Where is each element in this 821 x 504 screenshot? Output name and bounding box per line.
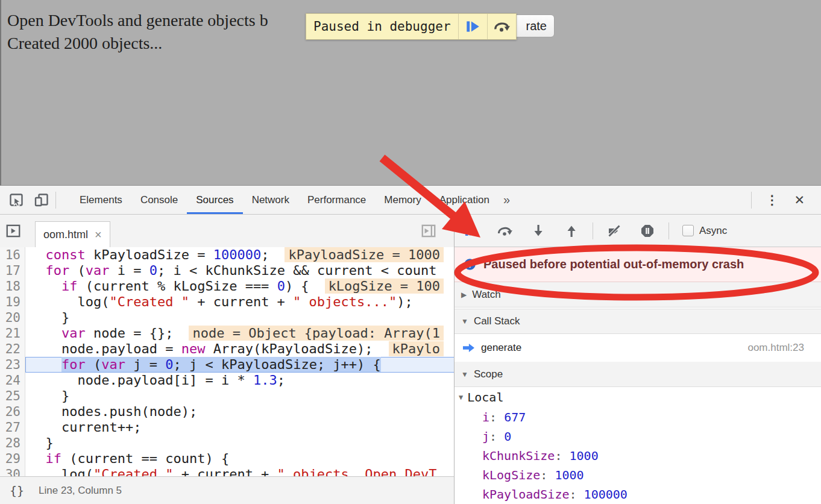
scope-section-header[interactable]: ▼ Scope <box>455 362 821 387</box>
tab-close-icon[interactable]: × <box>95 228 102 242</box>
chevron-down-icon: ▼ <box>459 393 463 402</box>
toolbar-divider <box>55 192 56 209</box>
line-number[interactable]: 23 <box>0 357 25 373</box>
tab-application[interactable]: Application <box>430 186 499 214</box>
code-line-content[interactable]: if (current == count) { <box>25 451 454 467</box>
editor-status-bar: {} Line 23, Column 5 <box>0 476 454 504</box>
code-line-19: 19 log("Created " + current + " objects.… <box>0 294 454 310</box>
toggle-navigator-icon[interactable] <box>5 222 22 239</box>
call-stack-section-header[interactable]: ▼ Call Stack <box>455 309 821 334</box>
async-label: Async <box>699 225 727 237</box>
chevron-right-icon: ▶ <box>461 291 467 299</box>
step-over-icon[interactable] <box>496 223 513 239</box>
code-line-24: 24 node.payload[i] = i * 1.3; <box>0 373 454 388</box>
code-line-content[interactable]: log("Created " + current + " objects..."… <box>25 294 454 310</box>
code-line-content[interactable]: var node = {};node = Object {payload: Ar… <box>25 326 454 341</box>
tab-console[interactable]: Console <box>131 186 187 214</box>
scope-local-header[interactable]: ▼Local <box>455 387 821 408</box>
line-number[interactable]: 27 <box>0 420 25 435</box>
devtools-menu-icon[interactable]: ⋮ <box>758 193 786 207</box>
step-into-icon[interactable] <box>530 223 546 239</box>
toolbar-divider <box>593 222 593 239</box>
variable-name: kLogSize <box>482 468 540 482</box>
code-line-content[interactable]: } <box>25 388 454 404</box>
line-number[interactable]: 25 <box>0 388 25 404</box>
async-toggle[interactable]: Async <box>682 225 727 237</box>
scope-body: ▼Locali: 677j: 0kChunkSize: 1000kLogSize… <box>455 387 821 504</box>
tab-elements[interactable]: Elements <box>71 186 131 214</box>
code-line-content[interactable]: current++; <box>25 420 454 435</box>
code-line-content[interactable]: for (var j = 0; j < kPayloadSize; j++) { <box>25 357 454 373</box>
device-toolbar-icon[interactable] <box>34 192 49 208</box>
file-tab-oom-html[interactable]: oom.html × <box>35 221 110 247</box>
file-tabbar: oom.html × <box>0 215 454 247</box>
tab-sources[interactable]: Sources <box>187 186 242 214</box>
scope-variable[interactable]: kLogSize: 1000 <box>455 465 821 485</box>
pause-on-exceptions-icon[interactable] <box>640 223 655 239</box>
execution-highlight: for (var j = 0; j < kPayloadSize; j++) { <box>61 357 381 372</box>
resume-script-icon[interactable] <box>463 223 479 239</box>
variable-value: 100000 <box>584 487 628 502</box>
code-line-content[interactable]: for (var i = 0; i < kChunkSize && curren… <box>25 263 454 279</box>
scope-variable[interactable]: i: 677 <box>455 408 821 427</box>
browser-page: Open DevTools and generate objects b Cre… <box>0 0 821 186</box>
toggle-debugger-sidebar-icon[interactable] <box>420 222 437 239</box>
pretty-print-icon[interactable]: {} <box>10 484 24 498</box>
code-line-content[interactable]: const kPayloadSize = 100000;kPayloadSize… <box>25 247 454 263</box>
devtools-close-icon[interactable]: ✕ <box>786 193 813 207</box>
banner-resume-button[interactable] <box>458 14 487 39</box>
more-tabs-icon[interactable]: » <box>499 193 515 207</box>
page-text-line2: Created 2000 objects... <box>7 34 162 53</box>
code-line-content[interactable]: log("Created " + current + " objects. Op… <box>25 467 454 476</box>
code-line-18: 18 if (current % kLogSize === 0) {kLogSi… <box>0 279 454 294</box>
line-number[interactable]: 20 <box>0 310 25 326</box>
line-number[interactable]: 21 <box>0 326 25 341</box>
line-number[interactable]: 16 <box>0 247 25 263</box>
call-stack-frame[interactable]: generateoom.html:23 <box>455 334 821 362</box>
frame-function-name: generate <box>481 342 521 354</box>
frame-location: oom.html:23 <box>747 342 804 354</box>
code-line-content[interactable]: nodes.push(node); <box>25 404 454 420</box>
line-number[interactable]: 22 <box>0 341 25 357</box>
paused-banner-label: Paused in debugger <box>306 14 458 39</box>
code-line-16: 16 const kPayloadSize = 100000;kPayloadS… <box>0 247 454 263</box>
tab-memory[interactable]: Memory <box>375 186 430 214</box>
debugger-sidebar: Async Paused before potential out-of-mem… <box>455 215 821 504</box>
scope-variable[interactable]: kChunkSize: 1000 <box>455 446 821 465</box>
code-line-content[interactable]: node.payload[i] = i * 1.3; <box>25 373 454 388</box>
variable-name: j <box>482 429 489 444</box>
line-number[interactable]: 24 <box>0 373 25 388</box>
devtools-main-toolbar: ElementsConsoleSourcesNetworkPerformance… <box>0 186 821 215</box>
async-checkbox[interactable] <box>682 225 694 236</box>
code-line-content[interactable]: if (current % kLogSize === 0) {kLogSize … <box>25 279 454 294</box>
call-stack-list: generateoom.html:23 <box>455 334 821 362</box>
watch-section-header[interactable]: ▶ Watch <box>455 282 821 307</box>
scope-label: Scope <box>474 368 503 380</box>
code-line-content[interactable]: } <box>25 435 454 451</box>
scope-variable[interactable]: j: 0 <box>455 427 821 446</box>
info-icon <box>463 257 477 271</box>
current-frame-arrow-icon <box>463 344 474 352</box>
line-number[interactable]: 29 <box>0 451 25 467</box>
code-line-content[interactable]: } <box>25 310 454 326</box>
code-line-23: 23 for (var j = 0; j < kPayloadSize; j++… <box>0 357 454 373</box>
line-number[interactable]: 30 <box>0 467 25 476</box>
deactivate-breakpoints-icon[interactable] <box>606 223 622 239</box>
scope-name: Local <box>467 390 503 405</box>
line-number[interactable]: 19 <box>0 294 25 310</box>
inspect-element-icon[interactable] <box>8 192 24 208</box>
scope-variable[interactable]: kPayloadSize: 100000 <box>455 485 821 504</box>
tab-network[interactable]: Network <box>243 186 298 214</box>
chevron-down-icon: ▼ <box>461 370 468 379</box>
banner-step-over-button[interactable] <box>487 14 516 39</box>
code-lines: 16 const kPayloadSize = 100000;kPayloadS… <box>0 247 454 476</box>
line-number[interactable]: 26 <box>0 404 25 420</box>
tab-performance[interactable]: Performance <box>298 186 375 214</box>
line-number[interactable]: 17 <box>0 263 25 279</box>
code-line-content[interactable]: node.payload = new Array(kPayloadSize);k… <box>25 341 454 357</box>
line-number[interactable]: 18 <box>0 279 25 294</box>
inline-value-hint: kPayloadSize = 1000 <box>285 247 444 262</box>
step-out-icon[interactable] <box>564 223 579 239</box>
code-editor[interactable]: 16 const kPayloadSize = 100000;kPayloadS… <box>0 247 454 476</box>
line-number[interactable]: 28 <box>0 435 25 451</box>
